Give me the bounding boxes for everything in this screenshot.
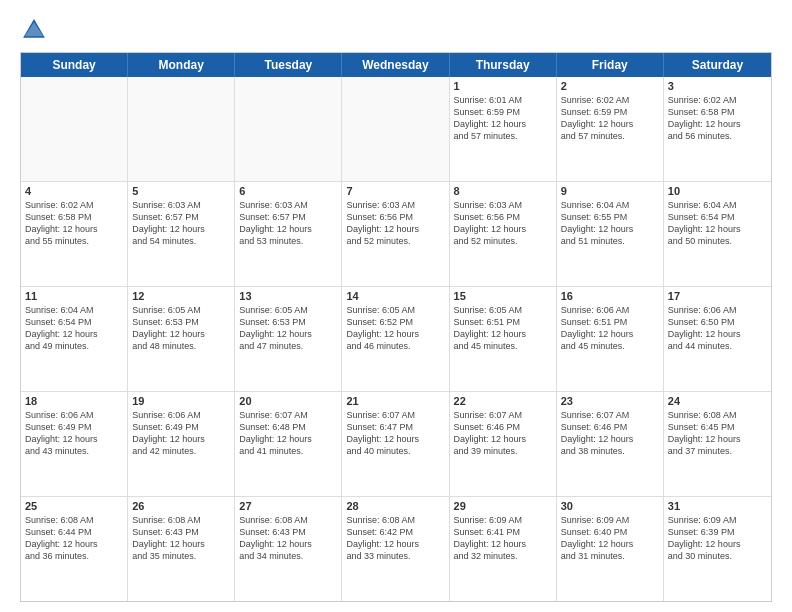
day-number: 8 <box>454 185 552 197</box>
day-info: Sunrise: 6:06 AM Sunset: 6:49 PM Dayligh… <box>132 409 230 458</box>
day-info: Sunrise: 6:04 AM Sunset: 6:54 PM Dayligh… <box>25 304 123 353</box>
day-info: Sunrise: 6:08 AM Sunset: 6:44 PM Dayligh… <box>25 514 123 563</box>
day-number: 26 <box>132 500 230 512</box>
day-info: Sunrise: 6:06 AM Sunset: 6:50 PM Dayligh… <box>668 304 767 353</box>
day-info: Sunrise: 6:03 AM Sunset: 6:57 PM Dayligh… <box>239 199 337 248</box>
day-cell-24: 24Sunrise: 6:08 AM Sunset: 6:45 PM Dayli… <box>664 392 771 496</box>
day-info: Sunrise: 6:07 AM Sunset: 6:48 PM Dayligh… <box>239 409 337 458</box>
header <box>20 16 772 44</box>
svg-marker-1 <box>25 22 44 36</box>
day-info: Sunrise: 6:09 AM Sunset: 6:41 PM Dayligh… <box>454 514 552 563</box>
weekday-header-saturday: Saturday <box>664 53 771 77</box>
empty-cell <box>342 77 449 181</box>
day-info: Sunrise: 6:02 AM Sunset: 6:58 PM Dayligh… <box>25 199 123 248</box>
day-info: Sunrise: 6:06 AM Sunset: 6:51 PM Dayligh… <box>561 304 659 353</box>
logo-icon <box>20 16 48 44</box>
day-number: 7 <box>346 185 444 197</box>
day-cell-9: 9Sunrise: 6:04 AM Sunset: 6:55 PM Daylig… <box>557 182 664 286</box>
day-cell-31: 31Sunrise: 6:09 AM Sunset: 6:39 PM Dayli… <box>664 497 771 601</box>
calendar-row-4: 18Sunrise: 6:06 AM Sunset: 6:49 PM Dayli… <box>21 392 771 497</box>
day-info: Sunrise: 6:08 AM Sunset: 6:43 PM Dayligh… <box>132 514 230 563</box>
day-info: Sunrise: 6:05 AM Sunset: 6:53 PM Dayligh… <box>239 304 337 353</box>
day-cell-6: 6Sunrise: 6:03 AM Sunset: 6:57 PM Daylig… <box>235 182 342 286</box>
calendar-row-1: 1Sunrise: 6:01 AM Sunset: 6:59 PM Daylig… <box>21 77 771 182</box>
day-number: 11 <box>25 290 123 302</box>
day-cell-3: 3Sunrise: 6:02 AM Sunset: 6:58 PM Daylig… <box>664 77 771 181</box>
calendar: SundayMondayTuesdayWednesdayThursdayFrid… <box>20 52 772 602</box>
calendar-header: SundayMondayTuesdayWednesdayThursdayFrid… <box>21 53 771 77</box>
day-number: 5 <box>132 185 230 197</box>
weekday-header-tuesday: Tuesday <box>235 53 342 77</box>
day-info: Sunrise: 6:03 AM Sunset: 6:56 PM Dayligh… <box>454 199 552 248</box>
day-info: Sunrise: 6:02 AM Sunset: 6:59 PM Dayligh… <box>561 94 659 143</box>
day-info: Sunrise: 6:03 AM Sunset: 6:56 PM Dayligh… <box>346 199 444 248</box>
day-cell-16: 16Sunrise: 6:06 AM Sunset: 6:51 PM Dayli… <box>557 287 664 391</box>
day-info: Sunrise: 6:08 AM Sunset: 6:42 PM Dayligh… <box>346 514 444 563</box>
day-info: Sunrise: 6:05 AM Sunset: 6:52 PM Dayligh… <box>346 304 444 353</box>
day-cell-2: 2Sunrise: 6:02 AM Sunset: 6:59 PM Daylig… <box>557 77 664 181</box>
day-cell-12: 12Sunrise: 6:05 AM Sunset: 6:53 PM Dayli… <box>128 287 235 391</box>
day-number: 1 <box>454 80 552 92</box>
day-info: Sunrise: 6:01 AM Sunset: 6:59 PM Dayligh… <box>454 94 552 143</box>
day-info: Sunrise: 6:09 AM Sunset: 6:40 PM Dayligh… <box>561 514 659 563</box>
day-number: 28 <box>346 500 444 512</box>
day-number: 4 <box>25 185 123 197</box>
logo <box>20 16 52 44</box>
day-number: 16 <box>561 290 659 302</box>
day-number: 15 <box>454 290 552 302</box>
weekday-header-wednesday: Wednesday <box>342 53 449 77</box>
day-cell-14: 14Sunrise: 6:05 AM Sunset: 6:52 PM Dayli… <box>342 287 449 391</box>
day-cell-27: 27Sunrise: 6:08 AM Sunset: 6:43 PM Dayli… <box>235 497 342 601</box>
day-number: 27 <box>239 500 337 512</box>
day-cell-17: 17Sunrise: 6:06 AM Sunset: 6:50 PM Dayli… <box>664 287 771 391</box>
day-number: 3 <box>668 80 767 92</box>
empty-cell <box>21 77 128 181</box>
day-number: 10 <box>668 185 767 197</box>
day-info: Sunrise: 6:08 AM Sunset: 6:43 PM Dayligh… <box>239 514 337 563</box>
day-info: Sunrise: 6:07 AM Sunset: 6:47 PM Dayligh… <box>346 409 444 458</box>
day-cell-26: 26Sunrise: 6:08 AM Sunset: 6:43 PM Dayli… <box>128 497 235 601</box>
day-cell-20: 20Sunrise: 6:07 AM Sunset: 6:48 PM Dayli… <box>235 392 342 496</box>
day-number: 12 <box>132 290 230 302</box>
day-cell-8: 8Sunrise: 6:03 AM Sunset: 6:56 PM Daylig… <box>450 182 557 286</box>
day-cell-29: 29Sunrise: 6:09 AM Sunset: 6:41 PM Dayli… <box>450 497 557 601</box>
day-info: Sunrise: 6:06 AM Sunset: 6:49 PM Dayligh… <box>25 409 123 458</box>
day-number: 20 <box>239 395 337 407</box>
day-cell-11: 11Sunrise: 6:04 AM Sunset: 6:54 PM Dayli… <box>21 287 128 391</box>
day-number: 22 <box>454 395 552 407</box>
calendar-row-5: 25Sunrise: 6:08 AM Sunset: 6:44 PM Dayli… <box>21 497 771 601</box>
day-number: 19 <box>132 395 230 407</box>
weekday-header-monday: Monday <box>128 53 235 77</box>
weekday-header-sunday: Sunday <box>21 53 128 77</box>
day-info: Sunrise: 6:04 AM Sunset: 6:54 PM Dayligh… <box>668 199 767 248</box>
day-number: 21 <box>346 395 444 407</box>
day-cell-5: 5Sunrise: 6:03 AM Sunset: 6:57 PM Daylig… <box>128 182 235 286</box>
calendar-body: 1Sunrise: 6:01 AM Sunset: 6:59 PM Daylig… <box>21 77 771 601</box>
day-cell-10: 10Sunrise: 6:04 AM Sunset: 6:54 PM Dayli… <box>664 182 771 286</box>
empty-cell <box>235 77 342 181</box>
day-number: 18 <box>25 395 123 407</box>
day-cell-13: 13Sunrise: 6:05 AM Sunset: 6:53 PM Dayli… <box>235 287 342 391</box>
day-info: Sunrise: 6:09 AM Sunset: 6:39 PM Dayligh… <box>668 514 767 563</box>
day-info: Sunrise: 6:03 AM Sunset: 6:57 PM Dayligh… <box>132 199 230 248</box>
day-info: Sunrise: 6:05 AM Sunset: 6:53 PM Dayligh… <box>132 304 230 353</box>
day-cell-23: 23Sunrise: 6:07 AM Sunset: 6:46 PM Dayli… <box>557 392 664 496</box>
day-cell-21: 21Sunrise: 6:07 AM Sunset: 6:47 PM Dayli… <box>342 392 449 496</box>
day-cell-30: 30Sunrise: 6:09 AM Sunset: 6:40 PM Dayli… <box>557 497 664 601</box>
day-info: Sunrise: 6:07 AM Sunset: 6:46 PM Dayligh… <box>561 409 659 458</box>
day-cell-19: 19Sunrise: 6:06 AM Sunset: 6:49 PM Dayli… <box>128 392 235 496</box>
day-number: 31 <box>668 500 767 512</box>
day-cell-18: 18Sunrise: 6:06 AM Sunset: 6:49 PM Dayli… <box>21 392 128 496</box>
weekday-header-friday: Friday <box>557 53 664 77</box>
calendar-row-3: 11Sunrise: 6:04 AM Sunset: 6:54 PM Dayli… <box>21 287 771 392</box>
day-cell-15: 15Sunrise: 6:05 AM Sunset: 6:51 PM Dayli… <box>450 287 557 391</box>
day-info: Sunrise: 6:08 AM Sunset: 6:45 PM Dayligh… <box>668 409 767 458</box>
day-info: Sunrise: 6:07 AM Sunset: 6:46 PM Dayligh… <box>454 409 552 458</box>
empty-cell <box>128 77 235 181</box>
day-cell-7: 7Sunrise: 6:03 AM Sunset: 6:56 PM Daylig… <box>342 182 449 286</box>
day-cell-4: 4Sunrise: 6:02 AM Sunset: 6:58 PM Daylig… <box>21 182 128 286</box>
day-number: 14 <box>346 290 444 302</box>
day-number: 6 <box>239 185 337 197</box>
day-cell-28: 28Sunrise: 6:08 AM Sunset: 6:42 PM Dayli… <box>342 497 449 601</box>
day-number: 23 <box>561 395 659 407</box>
